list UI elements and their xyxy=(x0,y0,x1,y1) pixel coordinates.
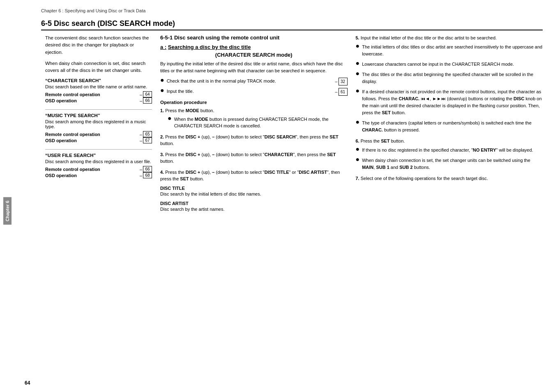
intro-text-1: The convenient disc search function sear… xyxy=(45,35,152,56)
col-left: The convenient disc search function sear… xyxy=(45,35,152,217)
music-osd-row: OSD operation – 67 xyxy=(45,137,152,143)
character-osd-label: OSD operation xyxy=(45,98,77,103)
chapter-sidebar: Chapter 6 xyxy=(0,0,21,392)
character-remote-label: Remote control operation xyxy=(45,92,100,97)
bullet-1: ● Check that the unit is in the normal p… xyxy=(160,78,348,85)
bullet-2: ● Input the title. – 61 xyxy=(160,88,348,96)
user-osd-label: OSD operation xyxy=(45,173,77,178)
right-bullet-2: ● Lowercase characters cannot be input i… xyxy=(356,61,543,68)
right-bullet-3: ● The disc titles or the disc artist beg… xyxy=(356,71,543,85)
char-search-mode: (CHARACTER SEARCH mode) xyxy=(160,52,348,58)
music-osd-label: OSD operation xyxy=(45,138,77,143)
right-bullet-5-text: The type of characters (capital letters … xyxy=(362,120,543,134)
step-5-bullets: ● The initial letters of disc titles or … xyxy=(356,44,543,134)
right-bullet-4-text: If a desired character is not provided o… xyxy=(362,88,543,116)
right-bullet-1-text: The initial letters of disc titles or di… xyxy=(362,44,543,58)
character-osd-ref: – 66 xyxy=(140,97,152,104)
disc-title-desc: Disc search by the initial letters of di… xyxy=(160,191,348,198)
breadcrumb: Chapter 6 : Specifying and Using Disc or… xyxy=(41,8,543,13)
character-remote-row: Remote control operation – 64 xyxy=(45,91,152,97)
music-type-title: “MUSIC TYPE SEARCH” xyxy=(45,113,152,118)
user-osd-ref: – 68 xyxy=(140,172,152,178)
disc-artist-desc: Disc search by the artist names. xyxy=(160,206,348,213)
right-bullet-3-text: The disc titles or the disc artist begin… xyxy=(362,71,543,85)
user-remote-row: Remote control operation – 66 xyxy=(45,166,152,172)
music-remote-label: Remote control operation xyxy=(45,132,100,137)
bullet-1-text: Check that the unit is in the normal pla… xyxy=(167,78,333,85)
disc-title-label: DISC TITLE xyxy=(160,186,348,191)
music-osd-ref: – 67 xyxy=(140,137,152,143)
user-osd-row: OSD operation – 68 xyxy=(45,172,152,178)
user-remote-label: Remote control operation xyxy=(45,167,100,172)
right-bullet-1: ● The initial letters of disc titles or … xyxy=(356,44,543,58)
music-type-search-block: “MUSIC TYPE SEARCH” Disc search among th… xyxy=(45,113,152,143)
chapter-tab: Chapter 6 xyxy=(3,197,12,225)
music-remote-row: Remote control operation – 65 xyxy=(45,131,152,137)
intro-text-2: When daisy chain connection is set, disc… xyxy=(45,60,152,74)
user-file-desc: Disc search among the discs registered i… xyxy=(45,159,152,164)
music-type-desc: Disc search among the discs registered i… xyxy=(45,119,152,129)
user-remote-ref: – 66 xyxy=(140,166,152,172)
step-2: 2. Press the DISC + (up), – (down) butto… xyxy=(160,134,348,147)
disc-artist-label: DISC ARTIST xyxy=(160,201,348,206)
page-number: 64 xyxy=(25,380,30,386)
step-6-bullets: ● If there is no disc registered in the … xyxy=(356,147,543,171)
step-4: 4. Press the DISC + (up), – (down) butto… xyxy=(160,169,348,213)
step-1-bullet: ● When the MODE button is pressed during… xyxy=(168,116,348,129)
right-bullet-4: ● If a desired character is not provided… xyxy=(356,88,543,116)
character-search-desc: Disc search based on the title name or a… xyxy=(45,84,152,89)
a-intro: By inputting the initial letter of the d… xyxy=(160,60,348,74)
step5-text: Input the initial letter of the disc tit… xyxy=(361,35,497,40)
character-search-title: “CHARACTER SEARCH” xyxy=(45,78,152,83)
step-6-bullet-2: ● When daisy chain connection is set, th… xyxy=(356,157,543,171)
op-procedure-title: Operation procedure xyxy=(160,100,348,105)
bullet-2-text: Input the title. xyxy=(167,88,333,95)
step7-text: Select one of the following operations f… xyxy=(361,176,488,181)
disc-title-block: DISC TITLE Disc search by the initial le… xyxy=(160,186,348,213)
music-remote-ref: – 65 xyxy=(140,131,152,137)
character-remote-ref: – 64 xyxy=(140,91,152,97)
step-7: 7. Select one of the following operation… xyxy=(356,175,543,182)
col-mid: 6-5-1 Disc search using the remote contr… xyxy=(160,35,348,217)
step-1: 1. Press the MODE button. ● When the MOD… xyxy=(160,107,348,129)
col-right: 5. Input the initial letter of the disc … xyxy=(356,35,543,217)
step-5: 5. Input the initial letter of the disc … xyxy=(356,35,543,134)
a-heading: a : Searching a disc by the disc title xyxy=(160,44,348,50)
right-bullet-5: ● The type of characters (capital letter… xyxy=(356,120,543,134)
right-bullet-2-text: Lowercase characters cannot be input in … xyxy=(362,61,543,68)
section-title: 6-5 Disc search (DISC SEARCH mode) xyxy=(41,19,543,30)
step-6: 6. Press the SET button. ● If there is n… xyxy=(356,138,543,171)
subsection-title: 6-5-1 Disc search using the remote contr… xyxy=(160,35,348,41)
step-6-bullet-1: ● If there is no disc registered in the … xyxy=(356,147,543,154)
user-file-title: “USER FILE SEARCH” xyxy=(45,153,152,158)
user-file-search-block: “USER FILE SEARCH” Disc search among the… xyxy=(45,153,152,178)
character-search-block: “CHARACTER SEARCH” Disc search based on … xyxy=(45,78,152,104)
step-3: 3. Press the DISC + (up), – (down) butto… xyxy=(160,151,348,165)
character-osd-row: OSD operation – 66 xyxy=(45,97,152,104)
